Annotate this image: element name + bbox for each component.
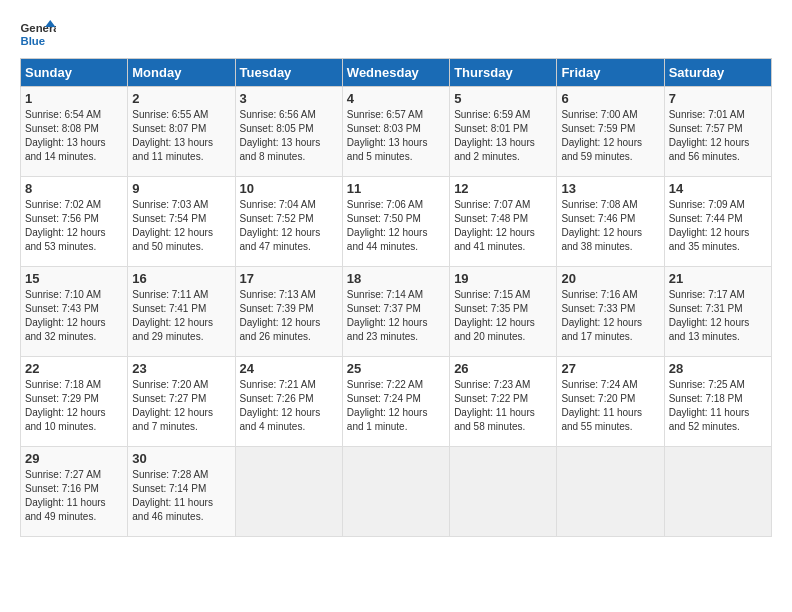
day-number: 21 [669,271,767,286]
calendar-cell: 26Sunrise: 7:23 AMSunset: 7:22 PMDayligh… [450,357,557,447]
day-number: 2 [132,91,230,106]
sunset-label: Sunset: 7:39 PM [240,303,314,314]
day-number: 10 [240,181,338,196]
day-number: 24 [240,361,338,376]
day-number: 15 [25,271,123,286]
day-number: 27 [561,361,659,376]
day-number: 19 [454,271,552,286]
sunset-label: Sunset: 7:24 PM [347,393,421,404]
calendar-cell [450,447,557,537]
day-number: 1 [25,91,123,106]
daylight-label: Daylight: 11 hours and 58 minutes. [454,407,535,432]
calendar-cell: 2Sunrise: 6:55 AMSunset: 8:07 PMDaylight… [128,87,235,177]
daylight-label: Daylight: 12 hours and 38 minutes. [561,227,642,252]
sunset-label: Sunset: 7:57 PM [669,123,743,134]
sunset-label: Sunset: 7:31 PM [669,303,743,314]
sunrise-label: Sunrise: 7:22 AM [347,379,423,390]
daylight-label: Daylight: 12 hours and 44 minutes. [347,227,428,252]
sunrise-label: Sunrise: 6:56 AM [240,109,316,120]
day-number: 16 [132,271,230,286]
day-number: 11 [347,181,445,196]
day-number: 28 [669,361,767,376]
sunrise-label: Sunrise: 7:08 AM [561,199,637,210]
calendar-cell: 7Sunrise: 7:01 AMSunset: 7:57 PMDaylight… [664,87,771,177]
day-number: 4 [347,91,445,106]
daylight-label: Daylight: 11 hours and 52 minutes. [669,407,750,432]
day-number: 23 [132,361,230,376]
calendar-week-row: 15Sunrise: 7:10 AMSunset: 7:43 PMDayligh… [21,267,772,357]
day-number: 12 [454,181,552,196]
daylight-label: Daylight: 12 hours and 4 minutes. [240,407,321,432]
calendar-cell: 15Sunrise: 7:10 AMSunset: 7:43 PMDayligh… [21,267,128,357]
sunrise-label: Sunrise: 7:11 AM [132,289,208,300]
sunset-label: Sunset: 7:50 PM [347,213,421,224]
sunrise-label: Sunrise: 7:17 AM [669,289,745,300]
daylight-label: Daylight: 13 hours and 8 minutes. [240,137,321,162]
sunrise-label: Sunrise: 7:14 AM [347,289,423,300]
calendar-cell: 23Sunrise: 7:20 AMSunset: 7:27 PMDayligh… [128,357,235,447]
day-number: 5 [454,91,552,106]
sunrise-label: Sunrise: 6:57 AM [347,109,423,120]
calendar-cell: 4Sunrise: 6:57 AMSunset: 8:03 PMDaylight… [342,87,449,177]
calendar-cell: 13Sunrise: 7:08 AMSunset: 7:46 PMDayligh… [557,177,664,267]
daylight-label: Daylight: 12 hours and 13 minutes. [669,317,750,342]
daylight-label: Daylight: 12 hours and 32 minutes. [25,317,106,342]
day-of-week-header: Tuesday [235,59,342,87]
daylight-label: Daylight: 12 hours and 23 minutes. [347,317,428,342]
sunset-label: Sunset: 7:35 PM [454,303,528,314]
sunset-label: Sunset: 8:08 PM [25,123,99,134]
sunset-label: Sunset: 8:01 PM [454,123,528,134]
sunrise-label: Sunrise: 7:23 AM [454,379,530,390]
sunrise-label: Sunrise: 7:10 AM [25,289,101,300]
logo: General Blue [20,20,56,48]
sunrise-label: Sunrise: 7:27 AM [25,469,101,480]
daylight-label: Daylight: 12 hours and 35 minutes. [669,227,750,252]
sunrise-label: Sunrise: 7:16 AM [561,289,637,300]
daylight-label: Daylight: 12 hours and 56 minutes. [669,137,750,162]
daylight-label: Daylight: 12 hours and 17 minutes. [561,317,642,342]
sunset-label: Sunset: 7:43 PM [25,303,99,314]
sunrise-label: Sunrise: 7:15 AM [454,289,530,300]
calendar-cell: 30Sunrise: 7:28 AMSunset: 7:14 PMDayligh… [128,447,235,537]
sunrise-label: Sunrise: 7:07 AM [454,199,530,210]
day-number: 17 [240,271,338,286]
day-number: 26 [454,361,552,376]
sunset-label: Sunset: 8:05 PM [240,123,314,134]
calendar-cell [342,447,449,537]
calendar-cell: 5Sunrise: 6:59 AMSunset: 8:01 PMDaylight… [450,87,557,177]
day-number: 18 [347,271,445,286]
day-number: 30 [132,451,230,466]
calendar-table: SundayMondayTuesdayWednesdayThursdayFrid… [20,58,772,537]
page-header: General Blue [20,20,772,48]
day-number: 7 [669,91,767,106]
sunrise-label: Sunrise: 7:06 AM [347,199,423,210]
day-of-week-header: Wednesday [342,59,449,87]
calendar-cell [235,447,342,537]
calendar-cell: 16Sunrise: 7:11 AMSunset: 7:41 PMDayligh… [128,267,235,357]
sunset-label: Sunset: 7:29 PM [25,393,99,404]
calendar-cell: 25Sunrise: 7:22 AMSunset: 7:24 PMDayligh… [342,357,449,447]
daylight-label: Daylight: 12 hours and 7 minutes. [132,407,213,432]
daylight-label: Daylight: 12 hours and 26 minutes. [240,317,321,342]
sunset-label: Sunset: 7:56 PM [25,213,99,224]
sunset-label: Sunset: 7:14 PM [132,483,206,494]
daylight-label: Daylight: 12 hours and 47 minutes. [240,227,321,252]
sunrise-label: Sunrise: 7:02 AM [25,199,101,210]
day-number: 14 [669,181,767,196]
sunset-label: Sunset: 7:46 PM [561,213,635,224]
calendar-cell: 21Sunrise: 7:17 AMSunset: 7:31 PMDayligh… [664,267,771,357]
calendar-header-row: SundayMondayTuesdayWednesdayThursdayFrid… [21,59,772,87]
calendar-cell: 12Sunrise: 7:07 AMSunset: 7:48 PMDayligh… [450,177,557,267]
day-number: 25 [347,361,445,376]
daylight-label: Daylight: 11 hours and 55 minutes. [561,407,642,432]
sunset-label: Sunset: 7:33 PM [561,303,635,314]
sunset-label: Sunset: 7:59 PM [561,123,635,134]
calendar-week-row: 8Sunrise: 7:02 AMSunset: 7:56 PMDaylight… [21,177,772,267]
day-of-week-header: Friday [557,59,664,87]
sunset-label: Sunset: 7:27 PM [132,393,206,404]
calendar-cell: 19Sunrise: 7:15 AMSunset: 7:35 PMDayligh… [450,267,557,357]
calendar-cell: 24Sunrise: 7:21 AMSunset: 7:26 PMDayligh… [235,357,342,447]
day-number: 9 [132,181,230,196]
calendar-cell: 14Sunrise: 7:09 AMSunset: 7:44 PMDayligh… [664,177,771,267]
day-number: 8 [25,181,123,196]
